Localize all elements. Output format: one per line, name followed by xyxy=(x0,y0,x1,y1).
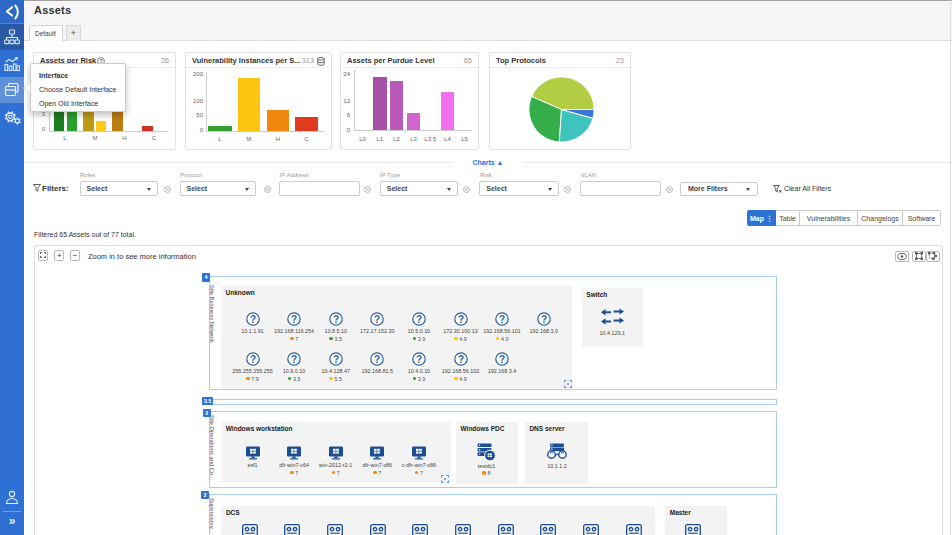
svg-text:?: ? xyxy=(374,353,380,364)
svg-text:?: ? xyxy=(291,313,297,324)
svg-text:?: ? xyxy=(541,313,547,324)
svg-text:?: ? xyxy=(457,313,463,324)
svg-text:?: ? xyxy=(333,313,339,324)
svg-text:?: ? xyxy=(333,353,339,364)
svg-text:?: ? xyxy=(374,313,380,324)
svg-text:?: ? xyxy=(249,353,255,364)
svg-text:?: ? xyxy=(457,353,463,364)
svg-text:?: ? xyxy=(499,353,505,364)
svg-text:?: ? xyxy=(249,313,255,324)
svg-text:?: ? xyxy=(291,353,297,364)
svg-text:?: ? xyxy=(416,313,422,324)
svg-text:?: ? xyxy=(416,353,422,364)
svg-text:?: ? xyxy=(499,313,505,324)
